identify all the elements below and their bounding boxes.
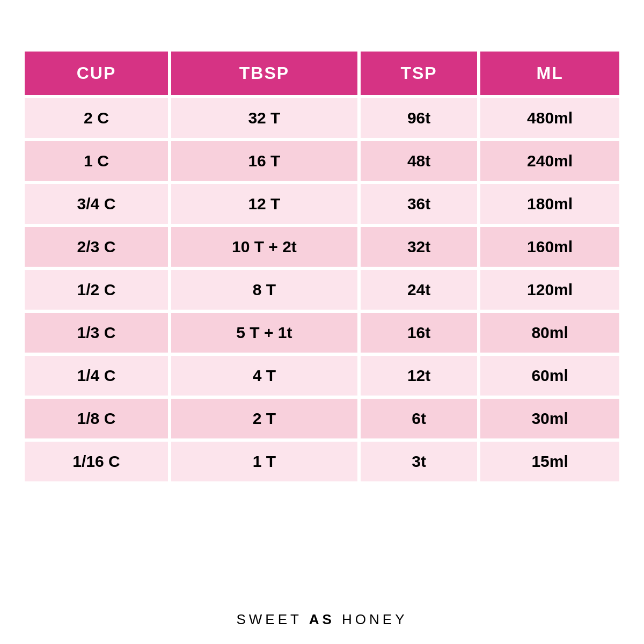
cell-r2-c1: 12 T (171, 184, 357, 224)
cell-r2-c3: 180ml (480, 184, 619, 224)
cell-r0-c1: 32 T (171, 98, 357, 138)
cell-r6-c0: 1/4 C (25, 356, 168, 396)
table-header: CUP TBSP TSP ML (25, 52, 619, 95)
cell-r3-c3: 160ml (480, 227, 619, 267)
cell-r4-c1: 8 T (171, 270, 357, 310)
footer: SWEET AS HONEY (236, 601, 407, 644)
cell-r8-c0: 1/16 C (25, 442, 168, 481)
table-row: 1/4 C4 T12t60ml (25, 356, 619, 396)
cell-r2-c0: 3/4 C (25, 184, 168, 224)
header-tsp: TSP (361, 52, 477, 95)
table-row: 2 C32 T96t480ml (25, 98, 619, 138)
cell-r4-c0: 1/2 C (25, 270, 168, 310)
footer-sweet: SWEET (236, 611, 309, 627)
header-tbsp: TBSP (171, 52, 357, 95)
cell-r3-c2: 32t (361, 227, 477, 267)
header-row: CUP TBSP TSP ML (25, 52, 619, 95)
header-cup: CUP (25, 52, 168, 95)
cell-r6-c2: 12t (361, 356, 477, 396)
cell-r1-c3: 240ml (480, 141, 619, 181)
table-row: 1 C16 T48t240ml (25, 141, 619, 181)
cell-r8-c3: 15ml (480, 442, 619, 481)
table-row: 3/4 C12 T36t180ml (25, 184, 619, 224)
cell-r5-c1: 5 T + 1t (171, 313, 357, 353)
footer-as: AS (309, 611, 335, 627)
cell-r0-c3: 480ml (480, 98, 619, 138)
cell-r0-c0: 2 C (25, 98, 168, 138)
cell-r1-c1: 16 T (171, 141, 357, 181)
cell-r2-c2: 36t (361, 184, 477, 224)
table-body: 2 C32 T96t480ml1 C16 T48t240ml3/4 C12 T3… (25, 98, 619, 481)
table-row: 1/16 C1 T3t15ml (25, 442, 619, 481)
footer-honey: HONEY (335, 611, 408, 627)
title-area (0, 0, 644, 48)
cell-r7-c3: 30ml (480, 399, 619, 438)
cell-r4-c3: 120ml (480, 270, 619, 310)
cell-r5-c0: 1/3 C (25, 313, 168, 353)
cell-r6-c1: 4 T (171, 356, 357, 396)
table-row: 1/2 C8 T24t120ml (25, 270, 619, 310)
cell-r8-c1: 1 T (171, 442, 357, 481)
cell-r3-c0: 2/3 C (25, 227, 168, 267)
cell-r6-c3: 60ml (480, 356, 619, 396)
table-row: 1/3 C5 T + 1t16t80ml (25, 313, 619, 353)
cell-r7-c2: 6t (361, 399, 477, 438)
cell-r1-c2: 48t (361, 141, 477, 181)
cell-r0-c2: 96t (361, 98, 477, 138)
cell-r7-c0: 1/8 C (25, 399, 168, 438)
cell-r3-c1: 10 T + 2t (171, 227, 357, 267)
table-container: CUP TBSP TSP ML 2 C32 T96t480ml1 C16 T48… (21, 48, 623, 601)
cell-r7-c1: 2 T (171, 399, 357, 438)
cell-r4-c2: 24t (361, 270, 477, 310)
cell-r1-c0: 1 C (25, 141, 168, 181)
cell-r5-c3: 80ml (480, 313, 619, 353)
header-ml: ML (480, 52, 619, 95)
conversion-table: CUP TBSP TSP ML 2 C32 T96t480ml1 C16 T48… (21, 48, 623, 485)
table-row: 1/8 C2 T6t30ml (25, 399, 619, 438)
cell-r8-c2: 3t (361, 442, 477, 481)
table-row: 2/3 C10 T + 2t32t160ml (25, 227, 619, 267)
cell-r5-c2: 16t (361, 313, 477, 353)
